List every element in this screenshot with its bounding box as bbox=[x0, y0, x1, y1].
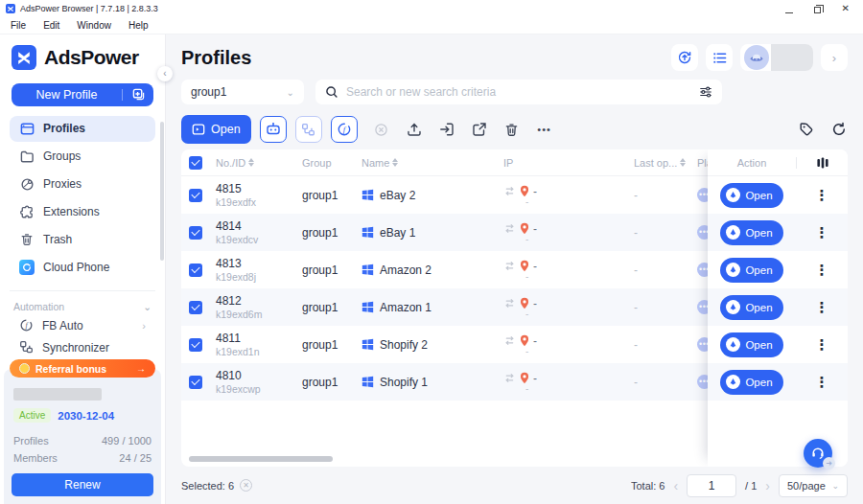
sidebar-item-proxies[interactable]: Proxies bbox=[10, 172, 155, 197]
row-checkbox[interactable] bbox=[189, 338, 202, 352]
menu-file[interactable]: File bbox=[2, 20, 35, 31]
profiles-quota-row: Profiles 499 / 1000 bbox=[12, 432, 153, 449]
column-settings-icon[interactable] bbox=[797, 156, 848, 170]
sidebar-item-trash[interactable]: Trash bbox=[10, 227, 155, 253]
next-page-icon[interactable]: › bbox=[765, 478, 770, 493]
sidebar-item-groups[interactable]: Groups bbox=[10, 144, 155, 170]
row-open-button[interactable]: Open bbox=[720, 295, 782, 320]
ip-value: - bbox=[533, 185, 537, 198]
row-checkbox[interactable] bbox=[189, 189, 202, 202]
renew-button[interactable]: Renew bbox=[12, 473, 153, 496]
last-open-value: - bbox=[634, 263, 697, 277]
new-profile-button[interactable]: New Profile bbox=[12, 83, 153, 106]
column-no-id[interactable]: No./ID bbox=[216, 157, 302, 169]
group-filter-select[interactable]: group1 ⌄ bbox=[181, 80, 304, 104]
new-profile-label: New Profile bbox=[12, 83, 122, 106]
action-cell: Open ⋮ bbox=[708, 214, 848, 251]
automation-robot-button[interactable] bbox=[260, 116, 287, 143]
row-menu-icon[interactable]: ⋮ bbox=[796, 265, 848, 275]
brand-name: AdsPower bbox=[44, 46, 139, 69]
prev-page-icon[interactable]: ‹ bbox=[673, 478, 678, 493]
row-open-button[interactable]: Open bbox=[720, 370, 782, 395]
collapse-section-icon: ⌄ bbox=[143, 301, 152, 312]
menu-help[interactable]: Help bbox=[120, 20, 157, 31]
export-share-icon[interactable] bbox=[471, 121, 488, 138]
fb-auto-button[interactable]: f bbox=[331, 116, 358, 143]
menu-edit[interactable]: Edit bbox=[35, 20, 68, 31]
expand-account-button[interactable]: › bbox=[821, 44, 848, 71]
sidebar-divider bbox=[10, 290, 155, 291]
support-fab[interactable]: ➜ bbox=[804, 439, 832, 468]
minimize-button[interactable] bbox=[785, 0, 793, 17]
row-checkbox[interactable] bbox=[189, 301, 202, 314]
account-menu[interactable] bbox=[740, 44, 813, 71]
column-last-open[interactable]: Last op... bbox=[634, 157, 697, 169]
members-quota-row: Members 24 / 25 bbox=[12, 449, 153, 467]
last-open-value: - bbox=[634, 226, 697, 240]
maximize-button[interactable] bbox=[814, 0, 821, 17]
page-number-input[interactable] bbox=[687, 474, 736, 497]
sidebar-scrollbar[interactable] bbox=[160, 122, 164, 261]
refresh-icon[interactable] bbox=[830, 121, 848, 138]
task-list-button[interactable] bbox=[706, 44, 733, 71]
profile-group: group1 bbox=[302, 376, 362, 389]
profile-number: 4815 bbox=[216, 182, 302, 195]
row-menu-icon[interactable]: ⋮ bbox=[796, 228, 848, 238]
sidebar-collapse-button[interactable]: ‹ bbox=[157, 66, 173, 81]
windows-icon bbox=[362, 263, 374, 276]
row-open-button[interactable]: Open bbox=[720, 332, 782, 357]
ip-region: - bbox=[525, 385, 634, 393]
row-checkbox[interactable] bbox=[189, 263, 202, 277]
workflow-button[interactable] bbox=[295, 116, 322, 143]
profile-id: k19exd8j bbox=[216, 271, 302, 283]
search-input[interactable] bbox=[346, 85, 691, 99]
advanced-filter-icon[interactable] bbox=[699, 85, 712, 99]
tag-icon[interactable] bbox=[798, 121, 815, 138]
profile-name: eBay 1 bbox=[380, 226, 415, 240]
column-name[interactable]: Name bbox=[362, 157, 503, 169]
row-menu-icon[interactable]: ⋮ bbox=[796, 340, 848, 350]
profile-group: group1 bbox=[302, 226, 362, 240]
sidebar-item-profiles[interactable]: Profiles bbox=[10, 116, 155, 142]
batch-add-icon[interactable] bbox=[123, 83, 153, 106]
row-open-button[interactable]: Open bbox=[720, 258, 782, 283]
transfer-icon bbox=[503, 372, 516, 384]
row-checkbox[interactable] bbox=[189, 226, 202, 240]
row-open-button[interactable]: Open bbox=[720, 183, 782, 208]
row-menu-icon[interactable]: ⋮ bbox=[796, 191, 848, 200]
sidebar-item-cloud-phone[interactable]: Cloud Phone bbox=[10, 255, 155, 281]
sidebar-item-label: Cloud Phone bbox=[43, 261, 109, 274]
open-selected-button[interactable]: Open bbox=[181, 115, 251, 144]
sunbrowser-icon bbox=[726, 375, 740, 389]
more-actions-icon[interactable]: ••• bbox=[536, 121, 553, 138]
page-total: / 1 bbox=[745, 480, 757, 492]
update-check-button[interactable] bbox=[671, 44, 698, 71]
close-all-icon[interactable] bbox=[373, 121, 390, 138]
row-menu-icon[interactable]: ⋮ bbox=[796, 303, 848, 312]
ip-value: - bbox=[533, 222, 537, 236]
windows-icon bbox=[362, 338, 374, 351]
upload-icon[interactable] bbox=[406, 121, 423, 138]
referral-bonus-banner[interactable]: Referral bonus → bbox=[10, 359, 155, 378]
clear-selection-icon[interactable]: ✕ bbox=[240, 479, 252, 492]
expand-support-icon[interactable]: ➜ bbox=[823, 457, 835, 470]
row-open-button[interactable]: Open bbox=[720, 220, 782, 245]
sidebar-item-fb-auto[interactable]: f FB Auto › bbox=[10, 316, 155, 336]
automation-section[interactable]: Automation ⌄ bbox=[0, 299, 165, 316]
delete-icon[interactable] bbox=[503, 121, 521, 138]
sunbrowser-icon bbox=[726, 337, 740, 352]
chevron-down-icon: ⌄ bbox=[831, 481, 839, 491]
import-icon[interactable] bbox=[438, 121, 455, 138]
sidebar-item-synchronizer[interactable]: Synchronizer bbox=[10, 337, 155, 357]
ip-value: - bbox=[533, 372, 537, 385]
sidebar-item-extensions[interactable]: Extensions bbox=[10, 199, 155, 225]
menu-window[interactable]: Window bbox=[68, 20, 120, 31]
horizontal-scrollbar[interactable] bbox=[189, 456, 333, 462]
select-all-checkbox[interactable] bbox=[189, 156, 202, 170]
close-button[interactable]: ✕ bbox=[842, 4, 850, 13]
profile-id: k19excwp bbox=[216, 383, 302, 395]
page-size-select[interactable]: 50/page ⌄ bbox=[779, 474, 848, 497]
row-checkbox[interactable] bbox=[189, 376, 202, 389]
row-menu-icon[interactable]: ⋮ bbox=[796, 378, 848, 387]
app-window: AdsPower Browser | 7.7.18 | 2.8.3.3 ✕ Fi… bbox=[0, 0, 863, 504]
